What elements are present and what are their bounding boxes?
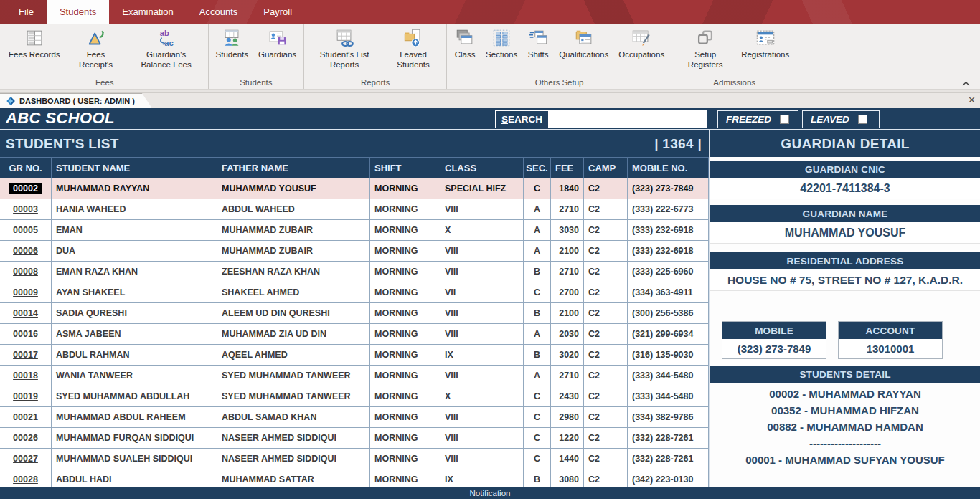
column-header-father-name[interactable]: FATHER NAME (217, 158, 370, 178)
gr-no-cell[interactable]: 00018 (0, 366, 52, 386)
gr-no-cell[interactable]: 00014 (0, 303, 52, 323)
menu-item-file[interactable]: File (6, 0, 47, 24)
table-row[interactable]: 00017ABDUL RAHMANAQEEL AHMEDMORNINGIXB30… (0, 345, 709, 366)
table-row[interactable]: 00028ABDUL HADIMUHAMMAD SATTARMORNINGIXB… (0, 469, 709, 487)
close-icon[interactable]: ✕ (968, 95, 976, 105)
freezed-checkbox-box[interactable] (780, 115, 789, 124)
gr-no-cell[interactable]: 00019 (0, 386, 52, 406)
table-row[interactable]: 00027MUHAMMAD SUALEH SIDDIQUINASEER AHME… (0, 449, 709, 469)
table-row[interactable]: 00008EMAN RAZA KHANZEESHAN RAZA KHANMORN… (0, 262, 709, 282)
gr-no-cell[interactable]: 00006 (0, 241, 52, 261)
table-row[interactable]: 00009AYAN SHAKEELSHAKEEL AHMEDMORNINGVII… (0, 282, 709, 303)
ribbon-button-sections[interactable]: Sections (481, 25, 522, 77)
cell-shift: MORNING (370, 386, 440, 406)
gr-no-link[interactable]: 00016 (13, 329, 38, 339)
ribbon-button-student-s-list-reports[interactable]: Student's List Reports (306, 25, 382, 77)
gr-no-cell[interactable]: 00028 (0, 469, 52, 487)
ribbon-collapse-button[interactable] (962, 81, 970, 87)
ribbon-button-setup-registers[interactable]: Setup Registers (674, 25, 736, 77)
gr-no-cell[interactable]: 00017 (0, 345, 52, 365)
gr-no-link[interactable]: 00026 (13, 433, 38, 443)
tab-dashboard[interactable]: DASHBOARD ( USER: ADMIN ) (0, 93, 152, 108)
column-header-fee[interactable]: FEE (551, 158, 584, 178)
gr-no-cell[interactable]: 00016 (0, 324, 52, 344)
column-header-sec[interactable]: SEC. (524, 158, 551, 178)
gr-no-link[interactable]: 00028 (13, 474, 38, 485)
freezed-checkbox[interactable]: FREEZED (717, 110, 798, 128)
gr-no-link[interactable]: 00019 (13, 391, 38, 401)
menu-item-accounts[interactable]: Accounts (187, 0, 250, 24)
table-row[interactable]: 00019SYED MUHAMMAD ABDULLAHSYED MUHAMMAD… (0, 386, 709, 407)
ribbon-button-guardian-s-balance-fees[interactable]: abacGuardian's Balance Fees (127, 25, 206, 77)
gr-no-link[interactable]: 00017 (13, 350, 38, 360)
search-input[interactable] (548, 111, 707, 128)
menu-item-payroll[interactable]: Payroll (250, 0, 305, 24)
gr-no-link[interactable]: 00008 (13, 267, 38, 277)
gr-no-link[interactable]: 00014 (13, 308, 38, 318)
column-header-class[interactable]: CLASS (440, 158, 524, 178)
table-row[interactable]: 00018WANIA TANWEERSYED MUHAMMAD TANWEERM… (0, 366, 709, 386)
gr-no-link[interactable]: 00002 (9, 183, 42, 194)
cell-shift: MORNING (370, 345, 440, 365)
column-header-shift[interactable]: SHIFT (370, 158, 440, 178)
cell-student: MUHAMMAD FURQAN SIDDIQUI (52, 428, 217, 448)
gr-no-link[interactable]: 00018 (13, 371, 38, 381)
gr-no-link[interactable]: 00009 (13, 287, 38, 297)
ribbon-button-fees-records[interactable]: Fees Records (4, 25, 65, 77)
menu-item-examination[interactable]: Examination (109, 0, 187, 24)
table-row[interactable]: 00016ASMA JABEENMUHAMMAD ZIA UD DINMORNI… (0, 324, 709, 345)
cell-father: MUHAMMAD SATTAR (217, 469, 370, 487)
cell-camp: C2 (584, 303, 628, 323)
table-row[interactable]: 00006DUAMUHAMMAD ZUBAIRMORNINGVIIIA2100C… (0, 241, 709, 262)
gr-no-cell[interactable]: 00002 (0, 178, 52, 199)
ribbon-button-registrations[interactable]: Registrations (736, 25, 794, 77)
cell-mobile: (316) 135-9030 (628, 345, 709, 365)
gr-no-link[interactable]: 00006 (13, 246, 38, 256)
gr-no-cell[interactable]: 00005 (0, 220, 52, 240)
leaved-checkbox-box[interactable] (858, 115, 867, 124)
cell-sec: C (524, 178, 551, 199)
menu-item-students[interactable]: Students (47, 0, 109, 24)
column-header-mobile-no[interactable]: MOBILE NO. (628, 158, 709, 178)
cell-class: X (440, 220, 524, 240)
cell-sec: A (524, 220, 551, 240)
cell-father: SYED MUHAMMAD TANWEER (217, 366, 370, 386)
gr-no-link[interactable]: 00003 (13, 204, 38, 214)
column-header-gr-no[interactable]: GR NO. (0, 158, 52, 178)
table-row[interactable]: 00021MUHAMMAD ABDUL RAHEEMABDUL SAMAD KH… (0, 407, 709, 428)
ribbon-group-label-fees: Fees (4, 77, 206, 89)
table-row[interactable]: 00026MUHAMMAD FURQAN SIDDIQUINASEER AHME… (0, 428, 709, 449)
table-row[interactable]: 00003HANIA WAHEEDABDUL WAHEEDMORNINGVIII… (0, 199, 709, 220)
table-row[interactable]: 00005EMANMUHAMMAD ZUBAIRMORNINGXA3030C2(… (0, 220, 709, 241)
ribbon-button-shifts[interactable]: Shifts (522, 25, 554, 77)
gr-no-cell[interactable]: 00027 (0, 449, 52, 469)
ribbon-button-class[interactable]: Class (449, 25, 481, 77)
gr-no-cell[interactable]: 00008 (0, 262, 52, 282)
gr-no-link[interactable]: 00005 (13, 225, 38, 235)
ribbon-button-leaved-students[interactable]: Leaved Students (382, 25, 444, 77)
table-row[interactable]: 00002MUHAMMAD RAYYANMUHAMMAD YOUSUFMORNI… (0, 178, 709, 199)
balance-fees-icon: abac (156, 27, 177, 49)
gr-no-cell[interactable]: 00003 (0, 199, 52, 219)
status-bar: Notification (0, 487, 980, 499)
gr-no-cell[interactable]: 00021 (0, 407, 52, 427)
table-row[interactable]: 00014SADIA QURESHIALEEM UD DIN QURESHIMO… (0, 303, 709, 324)
cell-student: MUHAMMAD RAYYAN (52, 178, 217, 199)
ribbon-button-qualifications[interactable]: Qualifications (554, 25, 613, 77)
ribbon-button-occupations[interactable]: Occupations (613, 25, 669, 77)
ribbon-button-guardians[interactable]: Guardians (253, 25, 301, 77)
gr-no-link[interactable]: 00027 (13, 454, 38, 464)
gr-no-link[interactable]: 00021 (13, 412, 38, 422)
cell-mobile: (342) 223-0130 (628, 469, 709, 487)
column-header-student-name[interactable]: STUDENT NAME (52, 158, 217, 178)
gr-no-cell[interactable]: 00009 (0, 282, 52, 302)
cell-fee: 2100 (551, 303, 584, 323)
gr-no-cell[interactable]: 00026 (0, 428, 52, 448)
cell-father: MUHAMMAD ZUBAIR (217, 220, 370, 240)
ribbon-button-fees-receipt-s[interactable]: Fees Receipt's (65, 25, 127, 77)
ribbon-button-students[interactable]: Students (211, 25, 253, 77)
cell-shift: MORNING (370, 199, 440, 219)
ribbon-group-admissions: Setup RegistersRegistrationsAdmissions (672, 24, 796, 89)
leaved-checkbox[interactable]: LEAVED (802, 110, 880, 128)
column-header-camp[interactable]: CAMP (584, 158, 628, 178)
